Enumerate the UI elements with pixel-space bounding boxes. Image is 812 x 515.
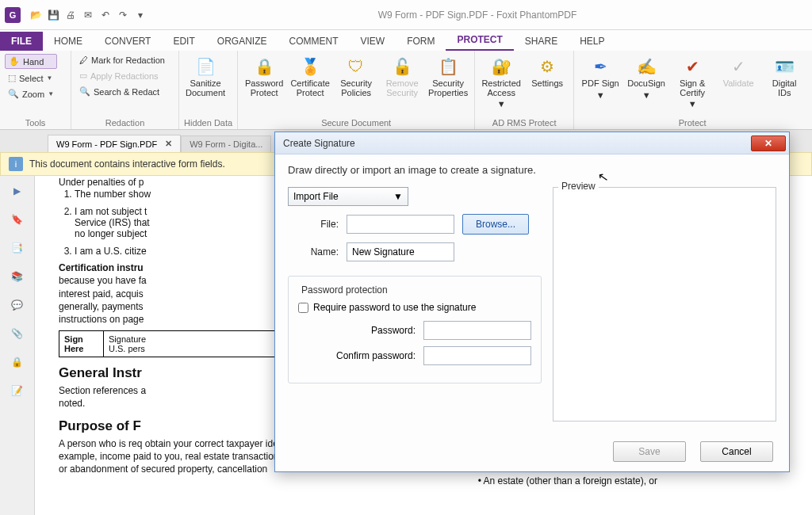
search-redact[interactable]: 🔍Search & Redact [76, 85, 168, 98]
save-icon[interactable]: 💾 [46, 8, 60, 22]
select-tool[interactable]: ⬚Select▼ [5, 71, 57, 85]
doc-text: I am not subject t Service (IRS) that no… [75, 206, 150, 239]
lbl: DocuSign [627, 79, 665, 89]
require-password-checkbox[interactable] [298, 303, 308, 313]
lbl: Sign & Certify [672, 79, 712, 97]
lbl: Security Properties [428, 79, 468, 97]
select-label: Select [19, 74, 44, 83]
doc-text: The number show [75, 189, 151, 200]
attachments-icon[interactable]: 📎 [9, 325, 26, 342]
signature-source-combo[interactable]: Import File ▼ [288, 187, 408, 206]
dialog-title: Create Signature [283, 138, 751, 149]
caret-icon: ▼ [688, 99, 697, 109]
caret-icon: ▼ [497, 99, 506, 109]
undo-icon[interactable]: ↶ [98, 8, 113, 22]
ribbon-group-redaction: 🖊Mark for Redaction ▭Apply Redactions 🔍S… [71, 51, 179, 129]
ribbon-group-adrms: 🔐Restricted Access▼ ⚙Settings AD RMS Pro… [475, 51, 574, 129]
hand-label: Hand [23, 57, 44, 67]
close-icon[interactable]: ✕ [165, 139, 172, 149]
stamp-icon: ✔ [681, 55, 703, 78]
signature-name-input[interactable] [347, 242, 454, 261]
email-icon[interactable]: ✉ [81, 8, 95, 22]
validate: ✓Validate [717, 54, 760, 90]
quick-access-toolbar: G 📂 💾 🖨 ✉ ↶ ↷ ▾ [5, 7, 147, 23]
tab-convert[interactable]: CONVERT [94, 32, 162, 51]
security-icon[interactable]: 🔒 [9, 353, 26, 371]
group-label: Tools [5, 116, 66, 129]
certificate-protect[interactable]: 🏅Certificate Protect [289, 54, 331, 99]
doc-tab-active[interactable]: W9 Form - PDF Sign.PDF ✕ [48, 135, 181, 152]
search-label: Search & Redact [94, 87, 159, 97]
pdf-sign[interactable]: ✒PDF Sign▼ [579, 54, 622, 101]
tab-home[interactable]: HOME [43, 32, 94, 51]
ribbon: ✋Hand ⬚Select▼ 🔍Zoom▼ Tools 🖊Mark for Re… [0, 51, 812, 130]
tab-form[interactable]: FORM [396, 32, 446, 51]
caret-icon: ▼ [47, 74, 53, 82]
signatures-panel-icon[interactable]: 📝 [9, 382, 26, 399]
password-protection-fieldset: Password protection Require password to … [288, 276, 542, 383]
bookmarks-icon[interactable]: 🔖 [9, 211, 26, 228]
dialog-close-button[interactable]: ✕ [751, 135, 786, 151]
open-icon[interactable]: 📂 [29, 8, 43, 22]
doc-text: Certification instru [59, 262, 144, 273]
signature-cell: Signature U.S. pers [104, 331, 151, 357]
sanitize-label: Sanitize Document [186, 79, 225, 97]
zoom-icon: 🔍 [8, 89, 19, 99]
cancel-button[interactable]: Cancel [700, 441, 773, 462]
adrms-settings[interactable]: ⚙Settings [526, 54, 569, 90]
expand-icon[interactable]: ▶ [9, 182, 26, 200]
tab-comment[interactable]: COMMENT [278, 32, 349, 51]
window-title: W9 Form - PDF Sign.PDF - Foxit PhantomPD… [147, 10, 807, 21]
password-input[interactable] [423, 321, 531, 340]
hand-tool[interactable]: ✋Hand [5, 54, 57, 69]
confirm-password-label: Confirm password: [336, 350, 416, 361]
dialog-titlebar[interactable]: Create Signature ✕ [275, 132, 789, 154]
mark-redaction[interactable]: 🖊Mark for Redaction [76, 54, 168, 67]
tab-help[interactable]: HELP [569, 32, 615, 51]
tab-edit[interactable]: EDIT [162, 32, 205, 51]
tab-protect[interactable]: PROTECT [446, 30, 513, 51]
lbl: Restricted Access [481, 79, 521, 97]
ribbon-tabs: FILE HOME CONVERT EDIT ORGANIZE COMMENT … [0, 30, 812, 51]
save-button[interactable]: Save [613, 441, 686, 462]
browse-button[interactable]: Browse... [462, 214, 529, 235]
qat-more-icon[interactable]: ▾ [133, 8, 147, 22]
security-properties[interactable]: 📋Security Properties [427, 54, 469, 99]
checkbox-label: Require password to use the signature [313, 302, 476, 313]
file-path-input[interactable] [347, 215, 454, 234]
confirm-password-input[interactable] [423, 346, 531, 365]
sanitize-document[interactable]: 📄 Sanitize Document [184, 54, 227, 99]
print-icon[interactable]: 🖨 [63, 8, 78, 22]
password-label: Password: [371, 325, 416, 336]
tab-share[interactable]: SHARE [514, 32, 569, 51]
sign-certify[interactable]: ✔Sign & Certify▼ [671, 54, 714, 110]
comments-icon[interactable]: 💬 [9, 296, 26, 314]
left-nav-rail: ▶ 🔖 📑 📚 💬 📎 🔒 📝 [0, 176, 35, 515]
password-protect[interactable]: 🔒Password Protect [243, 54, 285, 99]
properties-icon: 📋 [437, 55, 459, 78]
signature-preview: Preview [553, 187, 776, 422]
doc-text: • An estate (other than a foreign estate… [478, 475, 788, 487]
app-icon: G [5, 7, 21, 23]
docusign[interactable]: ✍DocuSign▼ [625, 54, 668, 101]
security-policies[interactable]: 🛡Security Policies [335, 54, 377, 99]
redo-icon[interactable]: ↷ [116, 8, 130, 22]
apply-icon: ▭ [79, 71, 87, 81]
lock-icon: 🔒 [253, 55, 275, 78]
restricted-access[interactable]: 🔐Restricted Access▼ [480, 54, 523, 110]
layers-icon[interactable]: 📚 [9, 268, 26, 285]
tab-file[interactable]: FILE [0, 32, 43, 51]
doc-tab-label: W9 Form - PDF Sign.PDF [56, 139, 157, 149]
validate-icon: ✓ [727, 55, 749, 78]
zoom-label: Zoom [22, 90, 44, 99]
name-label: Name: [302, 246, 339, 258]
doc-tab-inactive[interactable]: W9 Form - Digita... [181, 135, 271, 152]
hand-icon: ✋ [9, 56, 20, 67]
digital-ids[interactable]: 🪪Digital IDs [763, 54, 806, 99]
zoom-tool[interactable]: 🔍Zoom▼ [5, 87, 57, 101]
restricted-icon: 🔐 [490, 55, 512, 78]
pages-icon[interactable]: 📑 [9, 239, 26, 257]
tab-organize[interactable]: ORGANIZE [206, 32, 278, 51]
tab-view[interactable]: VIEW [349, 32, 396, 51]
docusign-icon: ✍ [635, 55, 657, 78]
